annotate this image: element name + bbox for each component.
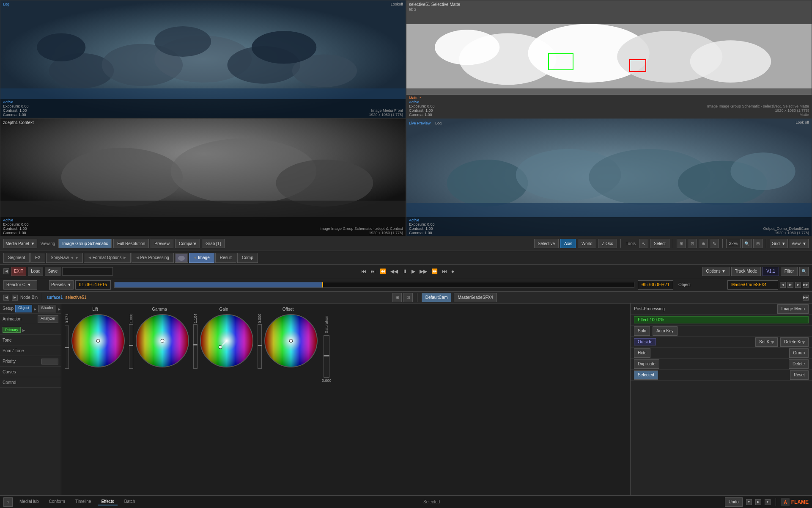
grid-toggle[interactable]: ⊞ [677, 239, 686, 248]
play-loop-btn[interactable]: ▶▶ [418, 268, 428, 274]
zocc-btn[interactable]: Z Occ [598, 239, 617, 248]
primary-badge[interactable]: Primary [3, 327, 21, 333]
viewport-bottom-left[interactable]: zdepth1 Context Active Exposure: 0.00 Co… [0, 118, 406, 236]
name-input[interactable] [62, 267, 113, 276]
image-menu-btn[interactable]: Image Menu [777, 304, 809, 314]
nav-icon[interactable]: ⊞ [392, 293, 402, 302]
default-cam-btn[interactable]: DefaultCam [422, 293, 452, 302]
compare-btn[interactable]: Compare [175, 239, 200, 248]
skip-end-btn[interactable]: ⏭ [441, 268, 448, 274]
pencil-icon[interactable]: ✎ [710, 239, 719, 248]
node-far-right[interactable]: ▶▶ [803, 295, 809, 301]
viewport-bottom-right[interactable]: Live Preview Log Look off Active Exposur… [406, 118, 812, 236]
reset-btn[interactable]: Reset [790, 370, 809, 380]
timeline-bar[interactable] [114, 282, 634, 288]
world-btn[interactable]: World [578, 239, 596, 248]
options-btn[interactable]: Options ▼ [702, 267, 729, 276]
cursor-tool[interactable]: ↖ [639, 239, 648, 248]
sony-raw-tab[interactable]: SonyRaw ◀ ▶ [46, 253, 83, 263]
far-right-arrow[interactable]: ▶▶ [803, 282, 809, 288]
outside-btn[interactable]: Outside [634, 338, 656, 345]
reactor-dropdown[interactable]: Reactor C ▼ [3, 280, 37, 290]
image-group-schematic-btn[interactable]: Image Group Schematic [58, 239, 112, 248]
gamma-wheel-container[interactable] [135, 313, 190, 369]
zoom2-icon[interactable]: ⊞ [753, 239, 763, 248]
conform-tab[interactable]: Conform [46, 498, 69, 505]
delete-key-btn[interactable]: Delete Key [780, 337, 809, 347]
media-hub-tab[interactable]: MediaHub [16, 498, 42, 505]
format-options-tab[interactable]: ◀ Format Options ▶ [84, 253, 131, 263]
prev-frame-btn[interactable]: ⏭ [369, 268, 377, 274]
selected-btn[interactable]: Selected [634, 370, 658, 380]
presets-dropdown[interactable]: Presets ▼ [49, 280, 74, 290]
hide-btn[interactable]: Hide [634, 348, 650, 358]
grab-btn[interactable]: Grab [1] [202, 239, 225, 248]
exit-btn[interactable]: EXIT [11, 267, 26, 276]
redo2-arrow[interactable]: ▼ [765, 499, 771, 505]
gamma-slider[interactable] [129, 324, 133, 369]
batch-tab[interactable]: Batch [121, 498, 139, 505]
master-grade-btn[interactable]: MasterGradeSFX4 [454, 293, 497, 302]
play-btn[interactable]: ▶ [410, 268, 417, 274]
saturation-slider[interactable] [324, 335, 329, 378]
lift-slider[interactable] [65, 326, 69, 369]
next-frame-btn[interactable]: ⏩ [430, 268, 439, 274]
prev-object-arrow[interactable]: ◀ [780, 282, 786, 288]
viewport-top-left[interactable]: Log Lookoff Active Exposure: 0.00 Contra… [0, 0, 406, 118]
segment-tab[interactable]: Segment [3, 253, 30, 263]
shader-btn[interactable]: Shader [38, 305, 56, 312]
preview-btn[interactable]: Preview [151, 239, 173, 248]
node-prev[interactable]: ◀ [3, 295, 9, 301]
view-dropdown[interactable]: View ▼ [790, 239, 809, 248]
rewind-btn[interactable]: ◀◀ [389, 268, 399, 274]
image-tab[interactable]: ◀ Image [189, 253, 214, 263]
group-btn[interactable]: Group [789, 348, 809, 358]
filter-btn[interactable]: Filter [781, 267, 798, 276]
track-mode-btn[interactable]: Track Mode [731, 267, 761, 276]
effects-tab[interactable]: Effects [98, 498, 117, 505]
offset-wheel-container[interactable] [263, 313, 318, 369]
fx-tab[interactable]: FX [30, 253, 45, 263]
select-btn[interactable]: Select [650, 239, 669, 248]
undo-btn[interactable]: Undo [725, 497, 743, 507]
offset-slider[interactable] [258, 324, 262, 369]
lift-color-wheel[interactable] [71, 313, 126, 368]
pre-processing-tab[interactable]: ◀ Pre-Processing [132, 253, 174, 263]
selective-btn[interactable]: Selective [534, 239, 559, 248]
right-object-arrow[interactable]: ▶ [795, 282, 801, 288]
lift-wheel-container[interactable] [71, 313, 126, 369]
load-btn[interactable]: Load [28, 267, 43, 276]
axis-btn[interactable]: Axis [560, 239, 576, 248]
save-btn[interactable]: Save [45, 267, 60, 276]
undo-arrow[interactable]: ▼ [746, 499, 752, 505]
grid-dropdown[interactable]: Grid ▼ [770, 239, 788, 248]
gain-slider[interactable] [193, 324, 198, 369]
redo-arrow[interactable]: ▶ [755, 499, 761, 505]
result-tab[interactable]: Result [215, 253, 236, 263]
auto-key-btn[interactable]: Auto Key [653, 326, 678, 336]
prev-arrow[interactable]: ◀ [3, 268, 9, 274]
priority-control[interactable] [41, 359, 58, 364]
step-back-btn[interactable]: ⏪ [379, 268, 387, 274]
gamma-color-wheel[interactable] [135, 313, 190, 368]
media-panel-dropdown[interactable]: Media Panel ▼ [3, 239, 37, 248]
gain-color-wheel[interactable] [199, 313, 254, 368]
comp-tab[interactable]: Comp [237, 253, 258, 263]
next-object-arrow[interactable]: ▶ [787, 282, 793, 288]
skip-start-btn[interactable]: ⏮ [360, 268, 368, 274]
home-icon[interactable]: ⌂ [3, 497, 13, 507]
center-icon[interactable]: ⊕ [699, 239, 708, 248]
zoom-icon[interactable]: 🔍 [742, 239, 752, 248]
analyzer-btn[interactable]: Analyzer [38, 315, 58, 323]
full-resolution-btn[interactable]: Full Resolution [113, 239, 149, 248]
offset-color-wheel[interactable] [263, 313, 318, 368]
set-key-btn[interactable]: Set Key [755, 337, 778, 347]
delete-btn[interactable]: Delete [789, 359, 809, 369]
solo-btn[interactable]: Solo [634, 326, 650, 336]
timeline-tab[interactable]: Timeline [72, 498, 94, 505]
node-next[interactable]: ▶ [12, 295, 18, 301]
nav2-icon[interactable]: ⊡ [403, 293, 413, 302]
fit-icon[interactable]: ⊡ [688, 239, 697, 248]
viewport-top-right[interactable]: selective51 Selective Matte Id: 2 Matte … [406, 0, 812, 118]
record-btn[interactable]: ● [450, 268, 455, 274]
